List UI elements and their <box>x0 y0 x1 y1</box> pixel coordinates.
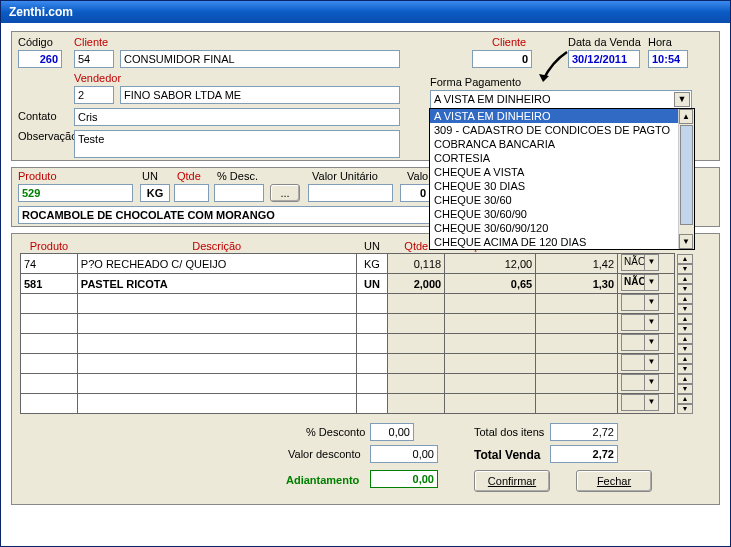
un-input[interactable] <box>140 184 170 202</box>
cell-preco[interactable] <box>445 394 536 414</box>
forma-option[interactable]: CHEQUE ACIMA DE 120 DIAS <box>430 235 694 249</box>
cell-preco[interactable]: 12,00 <box>445 254 536 274</box>
forma-option[interactable]: CHEQUE 30/60 <box>430 193 694 207</box>
spinner-up-icon[interactable]: ▲ <box>677 274 693 284</box>
cell-valor[interactable] <box>536 394 618 414</box>
cell-cod[interactable] <box>21 294 78 314</box>
cliente2-input[interactable] <box>472 50 532 68</box>
cell-desc[interactable] <box>77 374 356 394</box>
forma-option[interactable]: COBRANCA BANCARIA <box>430 137 694 151</box>
combo-dropdown-icon[interactable]: ▼ <box>674 92 690 107</box>
cell-preco[interactable] <box>445 314 536 334</box>
cell-desc[interactable] <box>77 394 356 414</box>
confirmar-button[interactable]: Confirmar <box>474 470 550 492</box>
cell-desc[interactable] <box>77 314 356 334</box>
pdesc-total-input[interactable] <box>370 423 414 441</box>
scroll-up-icon[interactable]: ▲ <box>679 109 693 124</box>
cell-peso[interactable]: ▼ <box>618 354 675 374</box>
cell-un[interactable]: KG <box>356 254 388 274</box>
cell-valor[interactable] <box>536 354 618 374</box>
cell-cod[interactable]: 581 <box>21 274 78 294</box>
forma-option[interactable]: CHEQUE 30/60/90 <box>430 207 694 221</box>
hora-input[interactable] <box>648 50 688 68</box>
table-row[interactable]: ▼▲▼ <box>21 294 700 314</box>
spinner-down-icon[interactable]: ▼ <box>677 404 693 414</box>
cell-desc[interactable]: P?O RECHEADO C/ QUEIJO <box>77 254 356 274</box>
chevron-down-icon[interactable]: ▼ <box>644 315 658 330</box>
cell-desc[interactable] <box>77 354 356 374</box>
codigo-input[interactable] <box>18 50 62 68</box>
forma-option[interactable]: CHEQUE 30/60/90/120 <box>430 221 694 235</box>
forma-pagamento-combo[interactable]: A VISTA EM DINHEIRO ▼ <box>430 90 692 109</box>
row-spinner[interactable]: ▲▼ <box>677 294 693 314</box>
scroll-thumb[interactable] <box>680 125 693 225</box>
cell-peso[interactable]: ▼ <box>618 374 675 394</box>
peso-combo-empty[interactable]: ▼ <box>621 334 659 351</box>
cell-desc[interactable] <box>77 334 356 354</box>
observacao-input[interactable] <box>74 130 400 158</box>
spinner-down-icon[interactable]: ▼ <box>677 264 693 274</box>
table-row[interactable]: ▼▲▼ <box>21 394 700 414</box>
spinner-up-icon[interactable]: ▲ <box>677 314 693 324</box>
dropdown-scrollbar[interactable]: ▲ ▼ <box>678 109 694 249</box>
qtde-input[interactable] <box>174 184 209 202</box>
data-input[interactable] <box>568 50 640 68</box>
cell-preco[interactable] <box>445 374 536 394</box>
browse-button[interactable]: ... <box>270 184 300 202</box>
cell-qtde[interactable] <box>388 354 445 374</box>
cell-cod[interactable] <box>21 334 78 354</box>
contato-input[interactable] <box>74 108 400 126</box>
fechar-button[interactable]: Fechar <box>576 470 652 492</box>
cell-preco[interactable] <box>445 334 536 354</box>
chevron-down-icon[interactable]: ▼ <box>644 335 658 350</box>
forma-option[interactable]: 309 - CADASTRO DE CONDICOES DE PAGTO <box>430 123 694 137</box>
cell-un[interactable] <box>356 314 388 334</box>
scroll-down-icon[interactable]: ▼ <box>679 234 693 249</box>
spinner-down-icon[interactable]: ▼ <box>677 344 693 354</box>
cell-valor[interactable] <box>536 334 618 354</box>
forma-option[interactable]: CHEQUE A VISTA <box>430 165 694 179</box>
cell-cod[interactable] <box>21 314 78 334</box>
cell-un[interactable] <box>356 334 388 354</box>
valor-unit-input[interactable] <box>308 184 393 202</box>
cell-un[interactable]: UN <box>356 274 388 294</box>
table-row[interactable]: ▼▲▼ <box>21 314 700 334</box>
spinner-down-icon[interactable]: ▼ <box>677 284 693 294</box>
chevron-down-icon[interactable]: ▼ <box>644 395 658 410</box>
cell-peso[interactable]: NÃO▼ <box>618 274 675 294</box>
cell-qtde[interactable] <box>388 334 445 354</box>
table-row[interactable]: ▼▲▼ <box>21 374 700 394</box>
cell-qtde[interactable]: 0,118 <box>388 254 445 274</box>
spinner-down-icon[interactable]: ▼ <box>677 364 693 374</box>
spinner-up-icon[interactable]: ▲ <box>677 334 693 344</box>
spinner-up-icon[interactable]: ▲ <box>677 294 693 304</box>
cell-qtde[interactable] <box>388 374 445 394</box>
adiant-input[interactable] <box>370 470 438 488</box>
produto-desc-input[interactable] <box>18 206 430 224</box>
peso-combo[interactable]: NÃO▼ <box>621 254 659 271</box>
cell-cod[interactable] <box>21 374 78 394</box>
forma-option[interactable]: CORTESIA <box>430 151 694 165</box>
spinner-up-icon[interactable]: ▲ <box>677 394 693 404</box>
cell-un[interactable] <box>356 354 388 374</box>
spinner-down-icon[interactable]: ▼ <box>677 324 693 334</box>
cell-un[interactable] <box>356 374 388 394</box>
cell-peso[interactable]: ▼ <box>618 294 675 314</box>
cell-preco[interactable] <box>445 354 536 374</box>
forma-option[interactable]: A VISTA EM DINHEIRO <box>430 109 694 123</box>
chevron-down-icon[interactable]: ▼ <box>644 275 658 290</box>
vendedor-cod-input[interactable] <box>74 86 114 104</box>
cell-valor[interactable]: 1,30 <box>536 274 618 294</box>
produto-input[interactable] <box>18 184 133 202</box>
forma-pagamento-dropdown[interactable]: A VISTA EM DINHEIRO309 - CADASTRO DE CON… <box>429 108 695 250</box>
spinner-up-icon[interactable]: ▲ <box>677 354 693 364</box>
cliente-nome-input[interactable] <box>120 50 400 68</box>
row-spinner[interactable]: ▲▼ <box>677 374 693 394</box>
cell-qtde[interactable] <box>388 394 445 414</box>
vendedor-nome-input[interactable] <box>120 86 400 104</box>
chevron-down-icon[interactable]: ▼ <box>644 375 658 390</box>
table-row[interactable]: 74P?O RECHEADO C/ QUEIJOKG0,11812,001,42… <box>21 254 700 274</box>
peso-combo-empty[interactable]: ▼ <box>621 374 659 391</box>
cell-peso[interactable]: ▼ <box>618 334 675 354</box>
chevron-down-icon[interactable]: ▼ <box>644 255 658 270</box>
